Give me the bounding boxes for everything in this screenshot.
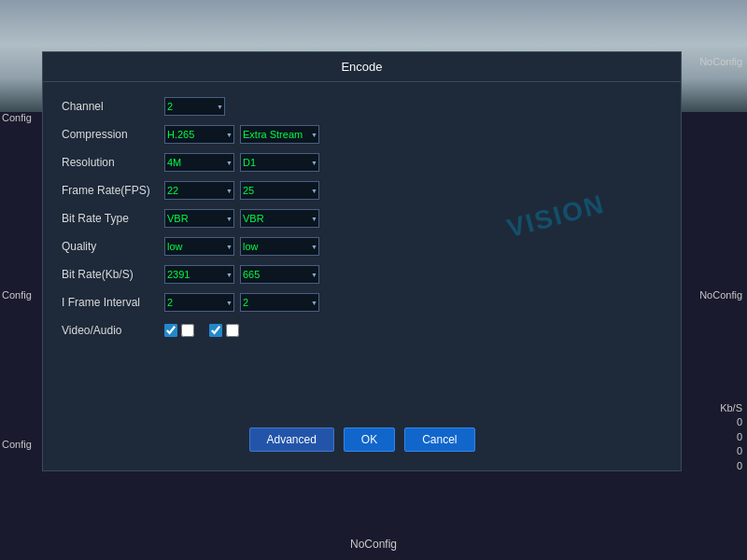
config-label-mid-left: Config	[2, 289, 32, 301]
resolution-row: Resolution 4M 1080P 720P D1 D1 CIF QCIF	[62, 152, 662, 173]
resolution-sub-select-wrapper[interactable]: D1 CIF QCIF	[240, 153, 319, 172]
bit-rate-type-main-select-wrapper[interactable]: VBR CBR	[164, 209, 234, 228]
i-frame-interval-sub-select[interactable]: 2 4 8	[240, 293, 319, 312]
ok-button[interactable]: OK	[344, 427, 395, 452]
cancel-button[interactable]: Cancel	[404, 427, 474, 452]
i-frame-interval-label: I Frame Interval	[62, 296, 164, 309]
video-audio-controls	[164, 324, 239, 337]
bit-rate-main-select[interactable]: 2391 2048 1024	[164, 265, 234, 284]
audio-sub-checkbox[interactable]	[226, 324, 239, 337]
compression-label: Compression	[62, 128, 164, 141]
bit-rate-sub-select[interactable]: 665 512 256	[240, 265, 319, 284]
resolution-controls: 4M 1080P 720P D1 D1 CIF QCIF	[164, 153, 319, 172]
quality-sub-select[interactable]: low medium high	[240, 237, 319, 256]
compression-row: Compression H.265 H.264 Extra Stream Mai…	[62, 124, 662, 145]
i-frame-interval-row: I Frame Interval 2 4 8 2 4 8	[62, 292, 662, 313]
i-frame-interval-sub-select-wrapper[interactable]: 2 4 8	[240, 293, 319, 312]
resolution-label: Resolution	[62, 156, 164, 169]
quality-main-select-wrapper[interactable]: low medium high	[164, 237, 234, 256]
compression-sub-select[interactable]: Extra Stream Main Stream	[240, 125, 319, 144]
bit-rate-type-main-select[interactable]: VBR CBR	[164, 209, 234, 228]
config-label-top-left: Config	[2, 112, 32, 123]
noconfig-label-mid-right: NoConfig	[699, 289, 742, 301]
i-frame-interval-main-select[interactable]: 2 4 8	[164, 293, 234, 312]
bit-rate-type-controls: VBR CBR VBR CBR	[164, 209, 319, 228]
frame-rate-sub-select[interactable]: 25 30 15	[240, 181, 319, 200]
resolution-sub-select[interactable]: D1 CIF QCIF	[240, 153, 319, 172]
video-main-checkbox[interactable]	[164, 324, 177, 337]
advanced-button[interactable]: Advanced	[248, 427, 333, 452]
video-audio-sub-group	[209, 324, 239, 337]
quality-controls: low medium high low medium high	[164, 237, 319, 256]
resolution-main-select[interactable]: 4M 1080P 720P D1	[164, 153, 234, 172]
bit-rate-type-row: Bit Rate Type VBR CBR VBR CBR	[62, 208, 662, 229]
channel-label: Channel	[62, 100, 164, 113]
dialog-buttons: Advanced OK Cancel	[248, 427, 474, 452]
bit-rate-sub-select-wrapper[interactable]: 665 512 256	[240, 265, 319, 284]
audio-main-checkbox[interactable]	[181, 324, 194, 337]
compression-sub-select-wrapper[interactable]: Extra Stream Main Stream	[240, 125, 319, 144]
channel-select[interactable]: 2 1 3 4	[164, 97, 225, 116]
compression-main-select[interactable]: H.265 H.264	[164, 125, 234, 144]
compression-main-select-wrapper[interactable]: H.265 H.264	[164, 125, 234, 144]
frame-rate-controls: 22 25 30 25 30 15	[164, 181, 319, 200]
bit-rate-main-select-wrapper[interactable]: 2391 2048 1024	[164, 265, 234, 284]
frame-rate-main-select-wrapper[interactable]: 22 25 30	[164, 181, 234, 200]
frame-rate-sub-select-wrapper[interactable]: 25 30 15	[240, 181, 319, 200]
frame-rate-row: Frame Rate(FPS) 22 25 30 25 30 15	[62, 180, 662, 201]
quality-sub-select-wrapper[interactable]: low medium high	[240, 237, 319, 256]
video-audio-row: Video/Audio	[62, 320, 662, 341]
compression-controls: H.265 H.264 Extra Stream Main Stream	[164, 125, 319, 144]
resolution-main-select-wrapper[interactable]: 4M 1080P 720P D1	[164, 153, 234, 172]
frame-rate-main-select[interactable]: 22 25 30	[164, 181, 234, 200]
channel-select-wrapper[interactable]: 2 1 3 4	[164, 97, 225, 116]
bit-rate-row: Bit Rate(Kb/S) 2391 2048 1024 665 512 25…	[62, 264, 662, 285]
video-audio-label: Video/Audio	[62, 324, 164, 337]
config-label-bottom-left: Config	[2, 439, 32, 450]
kbs-label-right: Kb/S0000	[720, 401, 742, 473]
quality-row: Quality low medium high low medium high	[62, 236, 662, 257]
bit-rate-type-sub-select-wrapper[interactable]: VBR CBR	[240, 209, 319, 228]
video-audio-main-group	[164, 324, 194, 337]
channel-controls: 2 1 3 4	[164, 97, 225, 116]
bit-rate-controls: 2391 2048 1024 665 512 256	[164, 265, 319, 284]
channel-row: Channel 2 1 3 4	[62, 96, 662, 117]
encode-dialog: Encode Channel 2 1 3 4 Compression	[42, 51, 682, 471]
frame-rate-label: Frame Rate(FPS)	[62, 184, 164, 197]
dialog-content: Channel 2 1 3 4 Compression H.265	[43, 82, 681, 362]
video-sub-checkbox[interactable]	[209, 324, 222, 337]
bit-rate-type-label: Bit Rate Type	[62, 212, 164, 225]
quality-main-select[interactable]: low medium high	[164, 237, 234, 256]
i-frame-interval-controls: 2 4 8 2 4 8	[164, 293, 319, 312]
i-frame-interval-main-select-wrapper[interactable]: 2 4 8	[164, 293, 234, 312]
noconfig-label-bottom: NoConfig	[350, 538, 397, 551]
noconfig-label-top-right: NoConfig	[699, 56, 742, 67]
dialog-title: Encode	[43, 52, 681, 82]
bit-rate-type-sub-select[interactable]: VBR CBR	[240, 209, 319, 228]
bit-rate-label: Bit Rate(Kb/S)	[62, 268, 164, 281]
quality-label: Quality	[62, 240, 164, 253]
